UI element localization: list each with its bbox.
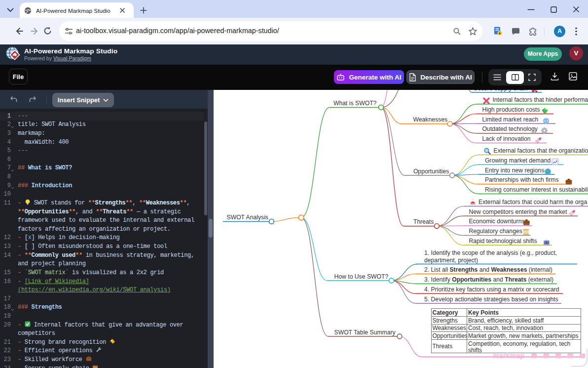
svg-text:Category: Category <box>433 309 458 316</box>
svg-text:2. List all Strengths and Weak: 2. List all Strengths and Weaknesses (in… <box>424 266 552 273</box>
svg-text:Regulatory changes: Regulatory changes <box>469 228 522 235</box>
svg-text:Entry into new regions: Entry into new regions <box>485 167 545 174</box>
svg-text:Lack of innovation: Lack of innovation <box>482 135 530 142</box>
svg-text:External factors that could ha: External factors that could harm the org… <box>478 199 587 205</box>
svg-text:Opportunities: Opportunities <box>433 332 468 339</box>
svg-text:Threats: Threats <box>433 343 453 350</box>
svg-text:New competitors entering the m: New competitors entering the market <box>469 208 567 215</box>
svg-text:Outdated technology: Outdated technology <box>482 125 538 132</box>
svg-text:Key Points: Key Points <box>468 309 499 316</box>
svg-text:shifts: shifts <box>468 347 482 354</box>
svg-text:markmap: markmap <box>493 352 525 360</box>
svg-text:5. Develop actionable strategi: 5. Develop actionable strategies based o… <box>424 296 558 303</box>
svg-text:Partnerships with tech firms: Partnerships with tech firms <box>485 176 559 183</box>
svg-text:SWOT Table Summary: SWOT Table Summary <box>334 329 396 336</box>
svg-text:Growing market demand: Growing market demand <box>485 157 551 164</box>
svg-text:Competition, economy, regulati: Competition, economy, regulation, tech <box>468 340 570 347</box>
svg-text:What is SWOT?: What is SWOT? <box>333 100 377 107</box>
svg-text:Market growth, new markets, pa: Market growth, new markets, partnerships <box>468 332 578 339</box>
svg-text:Cost, reach, tech, innovation: Cost, reach, tech, innovation <box>468 325 543 331</box>
svg-text:Strengths: Strengths <box>433 317 458 324</box>
svg-text:Rising consumer interest in su: Rising consumer interest in sustainabili <box>485 186 588 193</box>
svg-text:Rapid technological shifts: Rapid technological shifts <box>469 238 537 245</box>
svg-text:Internal factors that hinder p: Internal factors that hinder performanc <box>492 96 588 103</box>
svg-text:department, project): department, project) <box>424 257 478 264</box>
svg-text:Brand, efficiency, skilled sta: Brand, efficiency, skilled staff <box>468 317 544 324</box>
svg-text:Economic downturns: Economic downturns <box>469 218 524 225</box>
svg-text:Weaknesses: Weaknesses <box>413 116 448 123</box>
svg-text:SWOT Analysis: SWOT Analysis <box>227 214 268 221</box>
svg-text:Weaknesses: Weaknesses <box>433 325 466 331</box>
svg-text:3. Identify Opportunities and: 3. Identify Opportunities and Threats (e… <box>424 276 553 283</box>
svg-text:How to Use SWOT?: How to Use SWOT? <box>334 273 389 280</box>
svg-text:4. Prioritize key factors usin: 4. Prioritize key factors using a matrix… <box>424 286 559 293</box>
svg-text:Secure supply chain: Secure supply chain <box>474 90 528 92</box>
svg-text:Limited market reach: Limited market reach <box>482 116 538 123</box>
svg-text:1. Identify the scope of the a: 1. Identify the scope of the analysis (e… <box>424 249 557 256</box>
svg-text:High production costs: High production costs <box>482 106 540 113</box>
svg-text:External factors that the orga: External factors that the organizatio <box>494 147 588 154</box>
svg-text:Threats: Threats <box>413 218 434 225</box>
svg-text:Opportunities: Opportunities <box>413 168 449 175</box>
